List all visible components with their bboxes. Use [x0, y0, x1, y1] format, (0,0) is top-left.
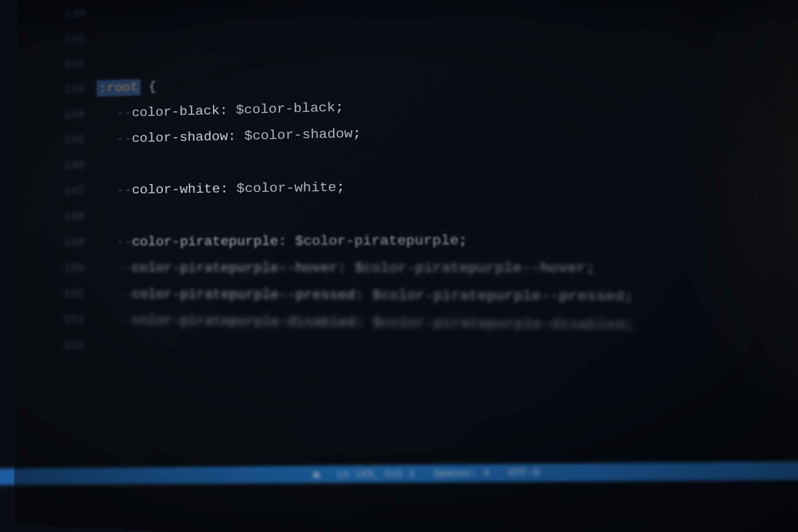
semicolon: ; — [336, 180, 345, 195]
editor-body: 140 141 142 143 144 145 146 147 148 149 … — [14, 0, 798, 532]
code-editor: 140 141 142 143 144 145 146 147 148 149 … — [14, 0, 798, 532]
line-number: 148 — [16, 204, 84, 230]
status-terminal-icon[interactable]: ▣ — [313, 469, 319, 480]
colon: : — [220, 181, 229, 196]
line-number: 140 — [17, 1, 85, 29]
colon: : — [355, 287, 364, 303]
property-name: color-piratepurple-disabled — [132, 313, 356, 330]
css-selector: :root — [97, 79, 140, 97]
property-dash: -- — [116, 234, 132, 249]
semicolon: ; — [624, 289, 634, 305]
property-name: color-shadow — [132, 129, 228, 146]
property-dash: -- — [116, 261, 132, 276]
status-indent[interactable]: Spaces: 4 — [433, 468, 490, 479]
line-number: 146 — [16, 152, 84, 179]
code-line-property: --color-piratepurple: $color-piratepurpl… — [97, 224, 798, 255]
line-number: 152 — [16, 307, 84, 333]
colon: : — [338, 260, 346, 276]
colon: : — [219, 103, 228, 118]
semicolon: ; — [625, 317, 635, 334]
line-number: 147 — [16, 178, 85, 204]
property-name: color-white — [132, 181, 220, 198]
line-number: 143 — [17, 77, 85, 104]
property-value: $color-piratepurple-disabled — [373, 315, 625, 333]
colon: : — [278, 233, 286, 249]
status-cursor-position[interactable]: Ln 143, Col 1 — [337, 468, 415, 480]
property-name: color-piratepurple--pressed — [132, 287, 356, 303]
brace-open: { — [148, 79, 156, 95]
property-value: $color-piratepurple--hover — [355, 260, 587, 277]
property-dash: -- — [116, 313, 132, 328]
code-line-property: --color-piratepurple--hover: $color-pira… — [97, 254, 798, 284]
property-value: $color-piratepurple--pressed — [372, 287, 624, 305]
line-number: 142 — [17, 51, 85, 79]
status-encoding[interactable]: UTF-8 — [508, 467, 540, 479]
line-number: 149 — [16, 229, 84, 255]
semicolon: ; — [458, 233, 468, 249]
semicolon: ; — [586, 260, 595, 277]
line-number: 153 — [15, 332, 84, 360]
property-dash: -- — [116, 106, 132, 121]
line-number: 141 — [17, 26, 85, 53]
property-dash: -- — [116, 131, 132, 146]
property-name: color-black — [132, 103, 219, 120]
line-number-gutter: 140 141 142 143 144 145 146 147 148 149 … — [14, 0, 97, 528]
semicolon: ; — [335, 100, 344, 115]
line-number: 144 — [17, 102, 85, 129]
property-name: color-piratepurple — [132, 233, 279, 249]
line-number: 145 — [16, 127, 84, 154]
line-number: 150 — [16, 255, 84, 281]
property-value: $color-black — [236, 100, 336, 118]
property-dash: -- — [116, 183, 132, 198]
property-name: color-piratepurple--hover — [132, 260, 338, 276]
property-dash: -- — [116, 287, 132, 302]
colon: : — [356, 314, 364, 330]
code-line-property: --color-piratepurple-disabled: $color-pi… — [97, 307, 798, 343]
semicolon: ; — [352, 126, 361, 141]
colon: : — [228, 129, 236, 144]
property-value: $color-white — [237, 180, 337, 196]
property-value: $color-piratepurple — [295, 233, 459, 249]
code-content[interactable]: :root { --color-black: $color-black; --c… — [96, 0, 798, 532]
line-number: 151 — [16, 281, 84, 307]
property-value: $color-shadow — [244, 126, 353, 144]
